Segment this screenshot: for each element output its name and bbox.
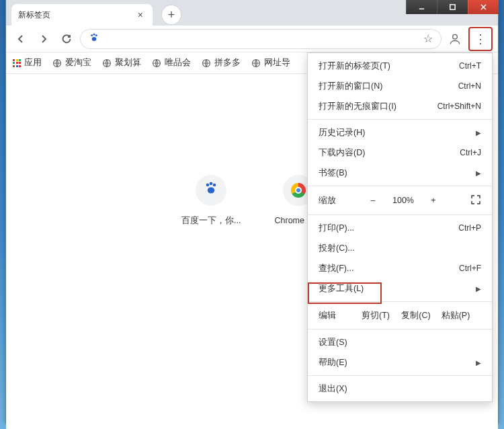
menu-incognito[interactable]: 打开新的无痕窗口(I) Ctrl+Shift+N (308, 96, 492, 116)
os-minimize-button[interactable] (406, 0, 437, 14)
tab-title: 新标签页 (18, 9, 50, 21)
menu-separator (308, 301, 492, 302)
menu-shortcut: Ctrl+J (460, 148, 481, 157)
bookmark-item[interactable]: 唯品会 (152, 57, 191, 69)
bookmark-star-icon[interactable]: ☆ (423, 32, 433, 45)
apps-icon (13, 59, 21, 67)
bookmark-label: 爱淘宝 (65, 57, 91, 69)
svg-point-1 (91, 34, 93, 36)
menu-copy[interactable]: 复制(C) (401, 310, 441, 321)
menu-settings[interactable]: 设置(S) (308, 332, 492, 352)
main-menu-button[interactable]: ⋮ (471, 30, 490, 48)
submenu-arrow-icon: ▶ (476, 285, 481, 292)
menu-label: 设置(S) (319, 337, 347, 348)
menu-zoom-row: 缩放 – 100% + (308, 189, 492, 212)
menu-label: 打开新的窗口(N) (319, 81, 382, 92)
menu-more-tools[interactable]: 更多工具(L) ▶ (308, 278, 492, 299)
menu-separator (308, 329, 492, 329)
shortcut-baidu[interactable]: 百度一下，你... (181, 175, 241, 227)
menu-cast[interactable]: 投射(C)... (308, 238, 492, 258)
svg-point-2 (93, 34, 95, 36)
zoom-in-button[interactable]: + (422, 196, 445, 205)
baidu-icon (203, 180, 219, 200)
svg-point-5 (453, 34, 458, 39)
menu-edit-row: 编辑 剪切(T) 复制(C) 粘贴(P) (308, 305, 492, 326)
bookmark-label: 网址导 (264, 57, 290, 69)
os-maximize-button[interactable] (437, 0, 468, 14)
menu-new-tab[interactable]: 打开新的标签页(T) Ctrl+T (308, 56, 492, 76)
menu-label: 更多工具(L) (319, 283, 364, 295)
svg-point-12 (210, 182, 213, 186)
menu-help[interactable]: 帮助(E) ▶ (308, 352, 492, 373)
menu-separator (308, 119, 492, 120)
menu-history[interactable]: 历史记录(H) ▶ (308, 122, 492, 143)
menu-label: 查找(F)... (319, 263, 353, 274)
chrome-icon (291, 183, 306, 198)
menu-shortcut: Ctrl+N (458, 81, 481, 91)
menu-shortcut: Ctrl+Shift+N (437, 102, 481, 111)
menu-paste[interactable]: 粘贴(P) (442, 310, 481, 321)
menu-label: 投射(C)... (319, 243, 355, 254)
fullscreen-button[interactable] (470, 194, 481, 207)
os-titlebar (406, 0, 499, 15)
bookmark-item[interactable]: 聚划算 (102, 57, 141, 69)
svg-rect-0 (450, 4, 455, 9)
menu-print[interactable]: 打印(P)... Ctrl+P (308, 218, 492, 238)
menu-separator (308, 186, 492, 186)
reload-button[interactable] (57, 30, 76, 48)
menu-separator (308, 375, 492, 376)
submenu-arrow-icon: ▶ (476, 169, 481, 177)
zoom-out-button[interactable]: – (362, 196, 384, 205)
menu-find[interactable]: 查找(F)... Ctrl+F (308, 258, 492, 278)
menu-cut[interactable]: 剪切(T) (362, 310, 401, 321)
bookmark-label: 聚划算 (115, 57, 141, 69)
main-menu-dropdown: 打开新的标签页(T) Ctrl+T 打开新的窗口(N) Ctrl+N 打开新的无… (307, 52, 493, 402)
svg-point-13 (213, 184, 216, 187)
profile-button[interactable] (446, 30, 464, 48)
bookmark-item[interactable]: 拼多多 (202, 57, 241, 69)
menu-exit[interactable]: 退出(X) (308, 379, 492, 399)
svg-point-14 (208, 187, 214, 193)
tab-new-tab-page[interactable]: 新标签页 × (11, 4, 153, 26)
menu-shortcut: Ctrl+T (459, 61, 481, 71)
site-icon (89, 32, 99, 45)
bookmark-item[interactable]: 网址导 (251, 57, 290, 69)
menu-label: 缩放 (319, 195, 362, 206)
menu-label: 帮助(E) (319, 357, 347, 368)
menu-shortcut: Ctrl+P (458, 223, 481, 233)
menu-label: 编辑 (319, 310, 362, 321)
bookmark-label: 唯品会 (165, 57, 191, 69)
menu-label: 打印(P)... (319, 223, 354, 234)
forward-button[interactable] (34, 30, 53, 48)
menu-label: 历史记录(H) (319, 127, 365, 139)
menu-downloads[interactable]: 下载内容(D) Ctrl+J (308, 143, 492, 163)
menu-separator (308, 214, 492, 215)
menu-new-window[interactable]: 打开新的窗口(N) Ctrl+N (308, 76, 492, 96)
menu-label: 书签(B) (319, 167, 347, 179)
submenu-arrow-icon: ▶ (476, 129, 481, 136)
back-button[interactable] (11, 30, 30, 48)
menu-label: 打开新的标签页(T) (319, 61, 390, 72)
tab-close-icon[interactable]: × (135, 8, 146, 22)
shortcut-icon-circle (196, 175, 226, 206)
new-tab-button[interactable]: + (162, 5, 181, 24)
submenu-arrow-icon: ▶ (476, 359, 481, 366)
apps-label: 应用 (24, 57, 42, 69)
highlight-menu-button: ⋮ (468, 27, 493, 51)
svg-point-4 (92, 37, 97, 41)
menu-label: 打开新的无痕窗口(I) (319, 101, 396, 112)
shortcut-label: 百度一下，你... (181, 215, 241, 227)
bookmark-item[interactable]: 爱淘宝 (52, 57, 91, 69)
menu-label: 退出(X) (319, 383, 347, 395)
address-bar[interactable]: ☆ (80, 29, 442, 49)
svg-point-3 (95, 34, 97, 36)
menu-bookmarks[interactable]: 书签(B) ▶ (308, 163, 492, 183)
bookmark-label: 拼多多 (214, 57, 241, 69)
os-close-button[interactable] (468, 0, 499, 14)
zoom-percent: 100% (384, 196, 422, 205)
apps-button[interactable]: 应用 (13, 57, 42, 69)
toolbar: ☆ ⋮ (6, 26, 498, 52)
menu-shortcut: Ctrl+F (459, 264, 481, 273)
browser-window: 新标签页 × + ☆ ⋮ 应用 (5, 0, 499, 424)
menu-label: 下载内容(D) (319, 147, 365, 159)
